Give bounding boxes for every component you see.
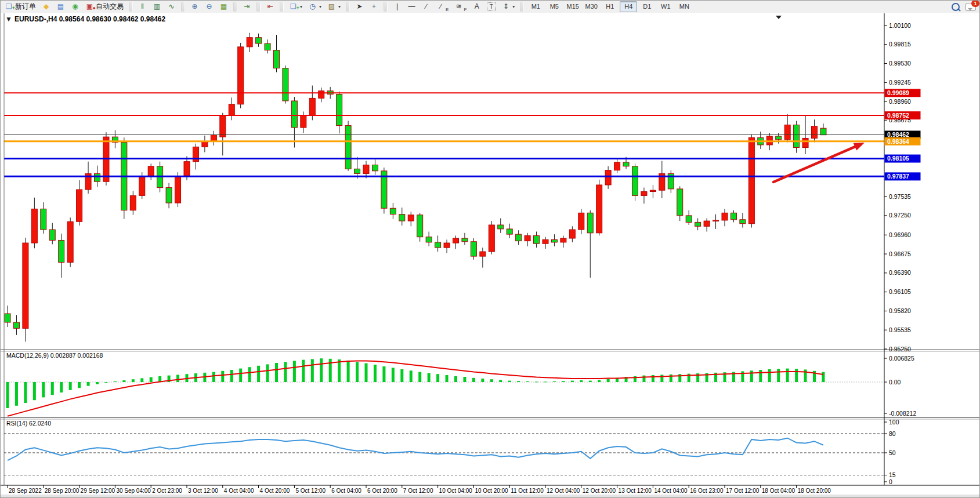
timeframe-D1[interactable]: D1 [638,1,656,12]
price-badge-label: 0.98752 [887,112,909,119]
candle-body [551,239,557,242]
timeframe-M30[interactable]: M30 [583,1,600,12]
time-label[interactable]: 11 Oct 12:00 [511,488,544,494]
price-tick-label: 0.98960 [889,98,911,105]
time-label[interactable]: 14 Oct 04:00 [654,488,688,494]
tile-windows-button[interactable]: ▦ [217,1,230,13]
time-label[interactable]: 7 Oct 12:00 [403,488,433,494]
candle-body [650,190,656,191]
macd-hist-bar [481,379,484,382]
time-label[interactable]: 4 Oct 20:00 [260,488,290,494]
bar-chart-button[interactable]: ‖ [136,1,149,13]
candle-body [748,137,754,223]
cursor-button[interactable]: ➤ [353,1,366,13]
macd-hist-bar [320,358,323,382]
timeframe-MN[interactable]: MN [675,1,693,12]
time-label[interactable]: 17 Oct 12:00 [726,488,760,494]
macd-hist-bar [750,370,753,382]
timeframe-M1[interactable]: M1 [527,1,544,12]
time-label[interactable]: 6 Oct 20:00 [367,488,397,494]
time-label[interactable]: 18 Oct 20:00 [798,488,831,494]
macd-hist-bar [15,382,18,406]
timeframe-H4[interactable]: H4 [620,1,637,12]
period-clock-button[interactable]: ◷▾ [306,1,324,13]
time-label[interactable]: 2 Oct 23:00 [152,488,182,494]
line-chart-button[interactable]: ∿ [165,1,178,13]
timeframe-H1[interactable]: H1 [601,1,619,12]
search-icon[interactable] [952,3,960,11]
new-chart-icon-dropdown[interactable]: ▾ [300,4,302,9]
time-label[interactable]: 28 Sep 2022 [9,488,42,494]
new-chart-icon: ❏+ [289,2,298,11]
vertical-line-button[interactable]: | [390,1,404,13]
arrows-tool-button[interactable]: ⇕▾ [499,1,517,13]
time-label[interactable]: 12 Oct 20:00 [583,488,616,494]
macd-hist-bar [786,369,789,382]
time-label[interactable]: 5 Oct 12:00 [295,488,326,494]
chart-dropdown-caret[interactable]: ▼ [5,15,12,23]
macd-hist-bar [768,369,771,382]
macd-hist-bar [490,379,493,382]
candlestick-button[interactable]: ▥ [150,1,164,13]
candle-body [247,38,252,47]
time-label[interactable]: 28 Sep 20:00 [45,488,79,494]
candle-body [812,126,818,139]
channel-button[interactable]: ∕E [434,1,451,13]
zoom-out-button[interactable]: ⊖ [202,1,216,13]
fibonacci-button[interactable]: ≋F [452,1,469,13]
navigator-button[interactable]: ◉ [68,1,82,13]
macd-hist-bar [400,369,403,382]
autotrade-button[interactable]: ▣●自动交易 [83,1,126,13]
macd-axis-label: 0.006825 [889,355,914,362]
candle-body [283,68,288,101]
toolbar-group-3: ⇥ [238,1,255,13]
candle-body [220,115,226,137]
data-window-button[interactable]: ▤ [54,1,67,13]
autotrade-icon: ▣● [85,2,94,11]
template-icon-dropdown[interactable]: ▾ [338,4,341,9]
market-watch-button[interactable]: ◆ [39,1,53,13]
auto-scroll-button[interactable]: ⇥ [240,1,254,13]
candle-body [596,185,602,233]
period-clock-icon-dropdown[interactable]: ▾ [319,4,321,9]
toolbar-separator [256,2,261,12]
price-tick-label: 0.96105 [889,288,911,295]
timeframe-W1[interactable]: W1 [657,1,674,12]
chart-shift-button[interactable]: ⇤ [263,1,277,13]
macd-hist-bar [418,372,421,382]
time-label[interactable]: 16 Oct 23:00 [690,488,724,494]
time-label[interactable]: 3 Oct 12:00 [188,488,218,494]
time-label[interactable]: 29 Sep 12:00 [81,488,115,494]
candle-body [426,237,432,242]
candle-body [372,165,378,170]
trendline-button[interactable]: ∕ [420,1,433,13]
time-label[interactable]: 10 Oct 20:00 [475,488,508,494]
time-label[interactable]: 12 Oct 04:00 [547,488,580,494]
candle-body [516,234,522,241]
time-label[interactable]: 10 Oct 04:00 [439,488,473,494]
timeframe-M15[interactable]: M15 [564,1,581,12]
horizontal-line-button[interactable]: — [405,1,418,13]
candle-body [722,213,728,220]
time-label[interactable]: 6 Oct 04:00 [331,488,361,494]
time-label[interactable]: 30 Sep 04:00 [116,488,151,494]
arrows-tool-icon-dropdown[interactable]: ▾ [512,4,515,9]
template-button[interactable]: ▨▾ [325,1,343,13]
text-button[interactable]: A [470,1,483,13]
timeframe-M5[interactable]: M5 [545,1,563,12]
chat-icon[interactable]: 1 [965,3,976,11]
candle-body [471,242,476,256]
candle-body [5,314,10,322]
time-label[interactable]: 4 Oct 04:00 [224,488,254,494]
time-label[interactable]: 13 Oct 12:00 [619,488,652,494]
text-label-button[interactable]: T [484,1,498,13]
period-clock-icon: ◷ [308,2,317,11]
chart-canvas[interactable]: 1.001000.998150.995300.992450.989600.986… [1,13,980,498]
new-order-label: 新订单 [15,2,36,12]
zoom-in-button[interactable]: ⊕ [188,1,201,13]
crosshair-button[interactable]: + [367,1,381,13]
candle-body [265,43,270,50]
time-label[interactable]: 18 Oct 04:00 [762,488,795,494]
new-order-button[interactable]: ❏+新订单 [2,1,38,13]
new-chart-button[interactable]: ❏+▾ [287,1,305,13]
